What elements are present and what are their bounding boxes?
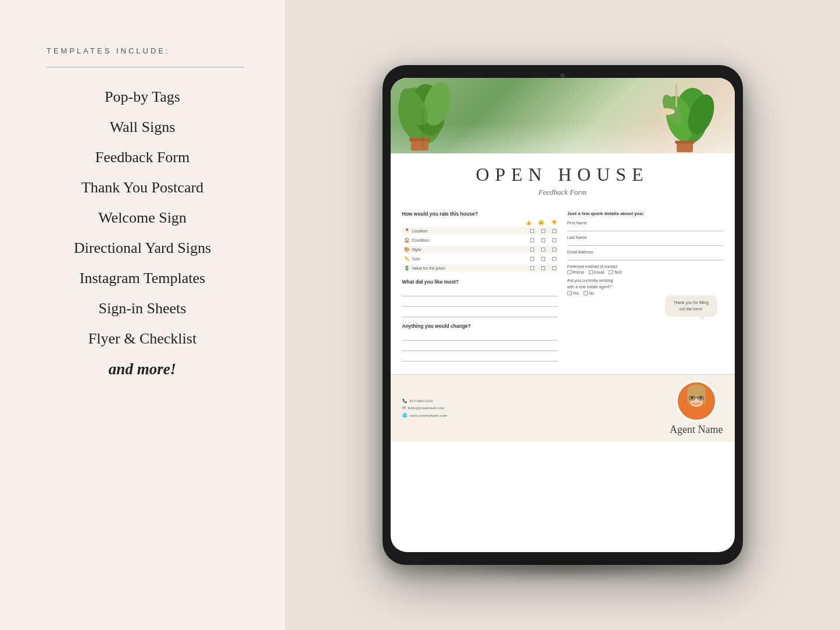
text-line — [402, 309, 558, 317]
table-row: 📏 Size: — [402, 255, 558, 263]
text-line — [402, 353, 558, 361]
contact-method-section: Preferred method of contact Phone Email — [567, 264, 723, 274]
checkbox[interactable] — [530, 238, 534, 242]
field-label: Last Name — [567, 235, 723, 239]
checkbox[interactable] — [552, 266, 556, 270]
contact-method-label: Preferred method of contact — [567, 264, 723, 269]
rating-checkboxes — [530, 248, 556, 252]
table-row: 🎨 Style: — [402, 246, 558, 253]
thank-you-bubble: Thank you for filling out the form! — [665, 295, 717, 317]
form-right-col: Just a few quick details about you: Firs… — [567, 211, 723, 364]
avatar — [676, 381, 717, 421]
field-line — [567, 255, 723, 260]
templates-heading: TEMPLATES INCLUDE: — [47, 46, 170, 55]
checkbox[interactable] — [530, 229, 534, 233]
change-text-lines — [402, 332, 558, 361]
list-item-and-more: and more! — [0, 360, 285, 378]
checkbox[interactable] — [609, 270, 613, 274]
location-icon: 📍 — [404, 228, 410, 234]
svg-point-23 — [699, 396, 702, 399]
text-line — [402, 343, 558, 351]
checkbox[interactable] — [541, 266, 545, 270]
svg-rect-17 — [687, 393, 690, 403]
style-icon: 🎨 — [404, 247, 410, 252]
text-label: Text — [614, 270, 621, 274]
rating-table: 📍 Location: 🏠 Condition: — [402, 227, 558, 272]
checkbox[interactable] — [552, 238, 556, 242]
list-item: Thank You Postcard — [0, 179, 285, 196]
rating-section-label: How would you rate this house? — [402, 211, 558, 217]
condition-icon: 🏠 — [404, 238, 410, 243]
change-label: Anything you would change? — [402, 323, 558, 329]
divider — [47, 67, 244, 67]
phone-label: Phone — [573, 270, 584, 274]
form-title-area: OPEN HOUSE Feedback Form — [391, 153, 735, 203]
checkbox[interactable] — [541, 238, 545, 242]
text-line — [402, 288, 558, 296]
email-row: ✉ hello@youremail.com — [402, 405, 447, 412]
template-list: Pop-by Tags Wall Signs Feedback Form Tha… — [0, 88, 285, 391]
checkbox[interactable] — [589, 270, 593, 274]
text-option: Text — [609, 270, 621, 274]
checkbox[interactable] — [584, 291, 588, 295]
row-label: Condition: — [412, 238, 530, 242]
svg-point-22 — [691, 396, 694, 399]
checkbox[interactable] — [541, 257, 545, 261]
agent-question-text: Are you currently workingwith a real est… — [567, 278, 723, 290]
checkbox[interactable] — [541, 248, 545, 252]
phone-row: 📞 817-000-1234 — [402, 398, 447, 405]
form-left-col: How would you rate this house? 👍 😐 👎 📍 L — [402, 211, 558, 364]
rating-header: 👍 😐 👎 — [402, 220, 558, 225]
right-panel: OPEN HOUSE Feedback Form How would you r… — [285, 0, 840, 630]
globe-icon: 🌐 — [402, 412, 408, 420]
contact-options: Phone Email Text — [567, 270, 723, 274]
row-label: Value for the price: — [412, 266, 530, 270]
list-item: Sign-in Sheets — [0, 300, 285, 317]
no-label: No — [589, 291, 594, 295]
plant-left-icon — [396, 81, 472, 153]
field-label: Email Address — [567, 250, 723, 254]
checkbox[interactable] — [530, 266, 534, 270]
text-line — [402, 299, 558, 307]
checkbox[interactable] — [567, 291, 571, 295]
checkbox[interactable] — [552, 248, 556, 252]
list-item: Welcome Sign — [0, 209, 285, 227]
list-item: Pop-by Tags — [0, 88, 285, 106]
first-name-field: First Name — [567, 221, 723, 231]
thumbs-up-icon: 👍 — [526, 220, 531, 225]
tablet-shadow — [417, 559, 708, 577]
checkbox[interactable] — [552, 229, 556, 233]
checkbox[interactable] — [530, 257, 534, 261]
checkbox[interactable] — [567, 270, 571, 274]
list-item: Instagram Templates — [0, 270, 285, 287]
list-item: Feedback Form — [0, 149, 285, 166]
no-option: No — [584, 291, 594, 295]
thank-you-text: Thank you for filling out the form! — [673, 300, 709, 311]
change-section: Anything you would change? — [402, 323, 558, 361]
row-label: Style: — [412, 248, 530, 252]
website-row: 🌐 www.yourwebsite.com — [402, 412, 447, 420]
liked-label: What did you like most? — [402, 279, 558, 285]
email-option: Email — [589, 270, 605, 274]
field-line — [567, 225, 723, 231]
website-value: www.yourwebsite.com — [410, 412, 447, 420]
checkbox[interactable] — [552, 257, 556, 261]
details-label: Just a few quick details about you: — [567, 211, 723, 216]
liked-text-lines — [402, 288, 558, 317]
agent-question-section: Are you currently workingwith a real est… — [567, 278, 723, 295]
size-icon: 📏 — [404, 256, 410, 262]
neutral-icon: 😐 — [538, 220, 544, 225]
tablet-outer: OPEN HOUSE Feedback Form How would you r… — [383, 65, 743, 565]
last-name-field: Last Name — [567, 235, 723, 246]
table-row: 📍 Location: — [402, 227, 558, 235]
checkbox[interactable] — [541, 229, 545, 233]
table-row: 💲 Value for the price: — [402, 264, 558, 272]
form-body: How would you rate this house? 👍 😐 👎 📍 L — [391, 203, 735, 372]
tablet-wrapper: OPEN HOUSE Feedback Form How would you r… — [383, 65, 743, 565]
phone-icon: 📞 — [402, 398, 408, 405]
email-field: Email Address — [567, 250, 723, 260]
checkbox[interactable] — [530, 248, 534, 252]
yes-option: Yes — [567, 291, 579, 295]
phone-value: 817-000-1234 — [410, 398, 433, 405]
email-label: Email — [594, 270, 605, 274]
